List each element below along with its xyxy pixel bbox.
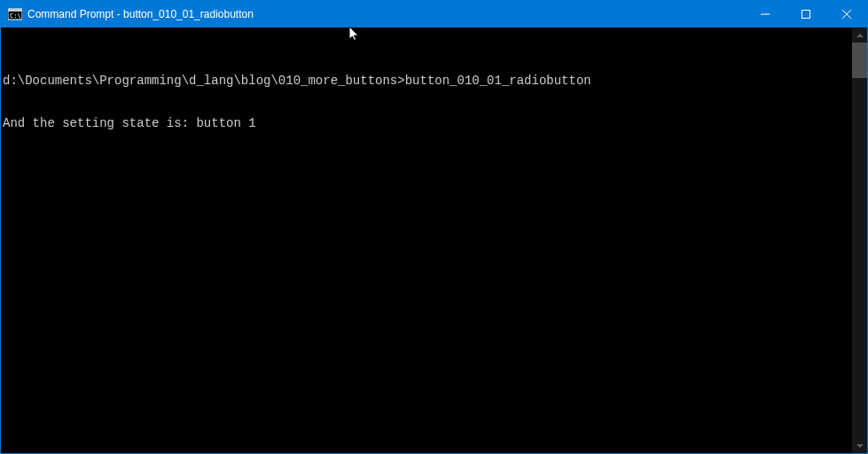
svg-marker-8: [856, 444, 864, 448]
terminal-line: And the setting state is: button 1: [3, 116, 867, 130]
svg-rect-4: [802, 11, 810, 19]
terminal-area[interactable]: d:\Documents\Programming\d_lang\blog\010…: [1, 27, 867, 453]
vertical-scrollbar[interactable]: [852, 27, 867, 453]
scrollbar-thumb[interactable]: [852, 43, 867, 78]
scrollbar-up-arrow-icon[interactable]: [852, 27, 867, 43]
maximize-button[interactable]: [786, 1, 826, 27]
terminal-content: d:\Documents\Programming\d_lang\blog\010…: [1, 27, 867, 159]
command-prompt-icon: C:\: [8, 7, 22, 21]
close-button[interactable]: [826, 1, 867, 27]
svg-marker-7: [856, 34, 864, 37]
svg-text:C:\: C:\: [10, 12, 21, 20]
command-prompt-window: C:\ Command Prompt - button_010_01_radio…: [0, 0, 868, 454]
scrollbar-down-arrow-icon[interactable]: [852, 438, 867, 453]
terminal-line: d:\Documents\Programming\d_lang\blog\010…: [3, 74, 867, 88]
scrollbar-track[interactable]: [852, 43, 867, 438]
svg-rect-1: [8, 9, 22, 12]
window-title: Command Prompt - button_010_01_radiobutt…: [27, 8, 745, 20]
window-controls: [745, 1, 867, 27]
minimize-button[interactable]: [745, 1, 786, 27]
titlebar[interactable]: C:\ Command Prompt - button_010_01_radio…: [1, 1, 867, 27]
